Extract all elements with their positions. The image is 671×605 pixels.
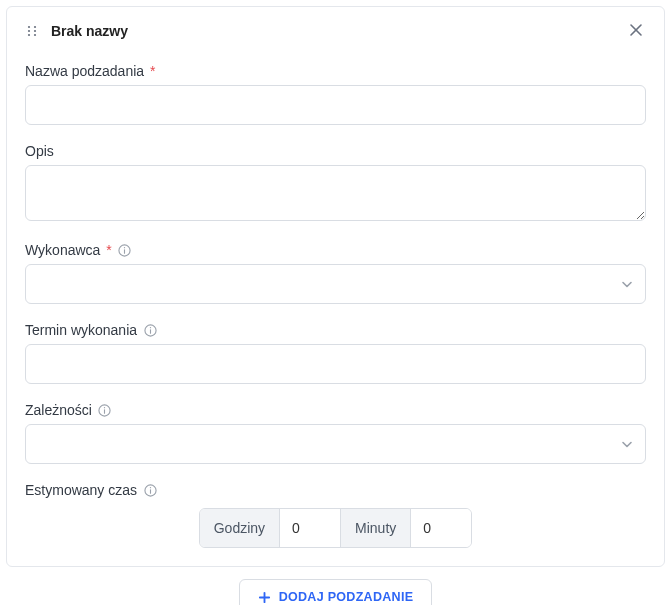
assignee-select[interactable] [25, 264, 646, 304]
plus-icon [258, 591, 271, 604]
svg-point-2 [28, 30, 30, 32]
close-icon [629, 22, 643, 40]
dependencies-select-wrap [25, 424, 646, 464]
field-assignee: Wykonawca * [25, 242, 646, 304]
add-subtask-button[interactable]: DODAJ PODZADANIE [239, 579, 433, 605]
minutes-input[interactable] [411, 509, 471, 547]
dependencies-label: Zależności [25, 402, 92, 418]
footer: DODAJ PODZADANIE [6, 579, 665, 605]
field-estimate: Estymowany czas Godziny Minuty [25, 482, 646, 548]
svg-point-5 [34, 34, 36, 36]
field-description: Opis [25, 143, 646, 224]
description-input[interactable] [25, 165, 646, 221]
label-row: Zależności [25, 402, 646, 418]
field-name: Nazwa podzadania * [25, 63, 646, 125]
svg-point-1 [34, 26, 36, 28]
required-mark: * [150, 63, 155, 79]
deadline-input[interactable] [25, 344, 646, 384]
label-row: Nazwa podzadania * [25, 63, 646, 79]
svg-point-13 [149, 327, 150, 328]
svg-point-0 [28, 26, 30, 28]
drag-handle-icon[interactable] [25, 24, 39, 38]
info-icon[interactable] [118, 243, 132, 257]
time-group: Godziny Minuty [199, 508, 473, 548]
svg-point-16 [104, 407, 105, 408]
card-title: Brak nazwy [51, 23, 626, 39]
label-row: Termin wykonania [25, 322, 646, 338]
hours-label: Godziny [200, 509, 280, 547]
deadline-label: Termin wykonania [25, 322, 137, 338]
svg-point-10 [124, 247, 125, 248]
svg-point-3 [34, 30, 36, 32]
label-row: Estymowany czas [25, 482, 646, 498]
description-label: Opis [25, 143, 54, 159]
subtask-card: Brak nazwy Nazwa podzadania * Opis [6, 6, 665, 567]
label-row: Wykonawca * [25, 242, 646, 258]
name-input[interactable] [25, 85, 646, 125]
assignee-label: Wykonawca [25, 242, 100, 258]
required-mark: * [106, 242, 111, 258]
info-icon[interactable] [143, 323, 157, 337]
info-icon[interactable] [98, 403, 112, 417]
add-subtask-label: DODAJ PODZADANIE [279, 590, 414, 604]
dependencies-select[interactable] [25, 424, 646, 464]
card-header: Brak nazwy [7, 7, 664, 49]
label-row: Opis [25, 143, 646, 159]
estimate-label: Estymowany czas [25, 482, 137, 498]
close-button[interactable] [626, 21, 646, 41]
name-label: Nazwa podzadania [25, 63, 144, 79]
assignee-select-wrap [25, 264, 646, 304]
hours-input[interactable] [280, 509, 340, 547]
field-deadline: Termin wykonania [25, 322, 646, 384]
info-icon[interactable] [143, 483, 157, 497]
card-body: Nazwa podzadania * Opis Wykonawca * [7, 49, 664, 548]
svg-point-19 [149, 487, 150, 488]
svg-point-4 [28, 34, 30, 36]
minutes-label: Minuty [340, 509, 411, 547]
field-dependencies: Zależności [25, 402, 646, 464]
time-row: Godziny Minuty [25, 508, 646, 548]
